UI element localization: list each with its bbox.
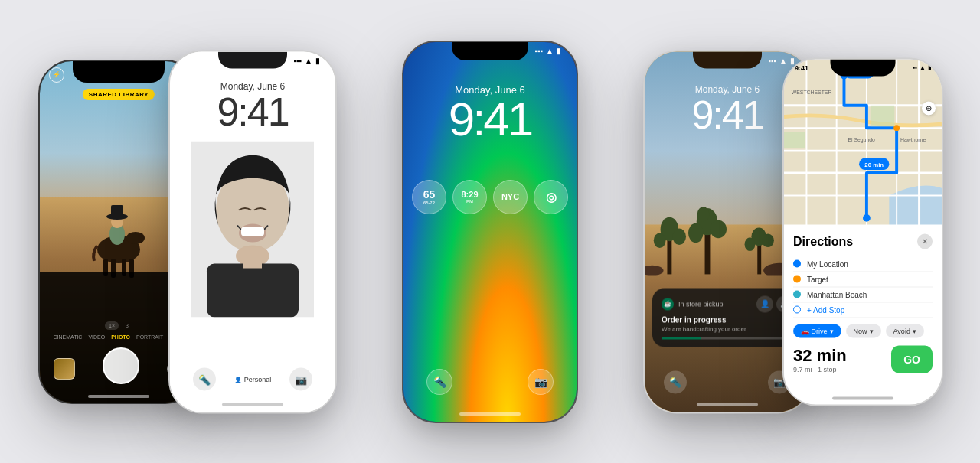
maps-time: 9:41 — [795, 64, 808, 71]
mode-video[interactable]: VIDEO — [88, 334, 105, 340]
close-directions-button[interactable]: ✕ — [917, 233, 933, 249]
duration-display: 32 min — [793, 345, 847, 365]
home-indicator-3 — [459, 412, 521, 416]
starbucks-header: ☕ In store pickup 👤 ☕ — [662, 295, 793, 312]
waypoint-target: Target — [793, 272, 933, 287]
home-indicator-4 — [697, 403, 758, 406]
phone-bw-lock: ▪▪▪ ▲ ▮ Monday, June 6 9:41 — [168, 50, 337, 413]
camera-icon[interactable]: 📷 — [289, 368, 312, 391]
camera-notch — [73, 61, 165, 83]
shutter-button[interactable] — [103, 347, 139, 384]
bw-date-time: Monday, June 6 9:41 — [170, 80, 335, 131]
add-dot — [793, 306, 801, 314]
svg-rect-9 — [111, 205, 123, 217]
signal-icon-c: ▪▪▪ — [534, 47, 543, 55]
home-indicator-2 — [222, 403, 283, 406]
flashlight-icon[interactable]: 🔦 — [193, 368, 216, 391]
map-area: 12 min 20 min WESTCHESTER El Segundo Haw… — [784, 59, 942, 249]
flashlight-icon-d[interactable]: 🔦 — [664, 370, 687, 393]
bw-portrait — [191, 142, 314, 310]
color-bottom-icons: 🔦 📷 — [403, 369, 577, 395]
battery-icon-c: ▮ — [557, 47, 561, 55]
bw-notch — [218, 51, 287, 68]
svg-point-20 — [672, 228, 686, 245]
svg-text:El Segundo: El Segundo — [848, 136, 875, 142]
camera-modes: CINEMATIC VIDEO PHOTO PORTRAIT PANO — [53, 334, 184, 340]
manhattan-label: Manhattan Beach — [807, 290, 867, 298]
avoid-button[interactable]: Avoid ▾ — [886, 324, 924, 337]
waypoint-manhattan: Manhattan Beach — [793, 287, 933, 302]
starbucks-progress — [662, 337, 793, 339]
location-dot — [793, 260, 801, 268]
svg-point-45 — [863, 214, 871, 221]
waypoint-add-stop[interactable]: + Add Stop — [793, 302, 933, 318]
horse-rider — [88, 188, 149, 272]
svg-point-23 — [688, 223, 704, 243]
bw-status-icons: ▪▪▪ ▲ ▮ — [293, 56, 320, 64]
directions-header: Directions ✕ — [793, 233, 933, 249]
target-dot — [793, 276, 801, 283]
drive-mode-button[interactable]: 🚗 Drive ▾ — [793, 324, 841, 337]
target-label: Target — [807, 275, 828, 283]
time-widget[interactable]: 8:29 PM — [452, 180, 487, 214]
signal-icon: ▪▪▪ — [293, 56, 302, 64]
map-svg: 12 min 20 min WESTCHESTER El Segundo Haw… — [784, 59, 942, 249]
weather-widget[interactable]: 65 65·72 — [412, 180, 446, 214]
signal-m: ▪▪ — [913, 64, 917, 71]
camera-icon-c[interactable]: 📷 — [528, 369, 554, 395]
color-time-display: 9:41 — [403, 96, 577, 143]
now-button[interactable]: Now ▾ — [846, 324, 881, 337]
color-notch — [452, 42, 528, 60]
color-status-icons: ▪▪▪ ▲ ▮ — [534, 47, 561, 55]
starbucks-subtitle: We are handcrafting your order — [662, 325, 793, 332]
directions-title: Directions — [793, 234, 853, 248]
svg-rect-16 — [243, 247, 262, 269]
svg-point-25 — [697, 207, 710, 222]
go-section: 32 min 9.7 mi · 1 stop GO — [793, 345, 933, 373]
widgets-row: 65 65·72 8:29 PM NYC ◎ — [403, 180, 577, 214]
svg-point-46 — [893, 125, 900, 131]
now-label: Now — [854, 327, 867, 334]
mode-cinematic[interactable]: CINEMATIC — [53, 334, 82, 340]
maps-status-icons: ▪▪ ▲ ▮ — [913, 64, 931, 71]
flashlight-icon-c[interactable]: 🔦 — [426, 369, 452, 395]
maps-status-bar: 9:41 ▪▪ ▲ ▮ — [784, 64, 942, 71]
directions-card: Directions ✕ My Location Target Manhatta… — [784, 224, 942, 404]
phones-container: SHARED LIBRARY ⚡ ◎ ⊙ 1× 3 CINEMATIC VIDE… — [0, 0, 980, 463]
mode-photo[interactable]: PHOTO — [111, 334, 130, 340]
color-lock-screen: ▪▪▪ ▲ ▮ Monday, June 6 9:41 65 65·72 8:2… — [403, 42, 577, 422]
avoid-label: Avoid — [893, 327, 910, 334]
compass-icon[interactable]: ⊕ — [922, 101, 936, 115]
signal-icon-d: ▪▪▪ — [768, 56, 776, 64]
maps-screen: 12 min 20 min WESTCHESTER El Segundo Haw… — [784, 59, 942, 404]
now-chevron: ▾ — [870, 327, 874, 334]
drive-label: 🚗 Drive — [801, 327, 828, 334]
travel-options: 🚗 Drive ▾ Now ▾ Avoid ▾ — [793, 324, 933, 337]
svg-rect-15 — [207, 264, 299, 318]
wifi-m: ▲ — [920, 64, 926, 71]
desert-notch — [693, 51, 762, 68]
svg-rect-56 — [784, 132, 805, 148]
starbucks-logo: ☕ — [662, 298, 674, 310]
svg-point-32 — [645, 265, 664, 275]
photo-thumbnail[interactable] — [54, 358, 75, 380]
time-distance: 32 min 9.7 mi · 1 stop — [793, 345, 847, 373]
starbucks-notification: ☕ In store pickup 👤 ☕ Order in progress … — [652, 288, 802, 347]
shared-library-badge: SHARED LIBRARY — [83, 89, 155, 100]
starbucks-progress-fill — [662, 337, 701, 339]
go-button[interactable]: GO — [891, 345, 933, 373]
svg-rect-13 — [241, 227, 264, 236]
svg-point-1 — [126, 232, 145, 244]
waypoint-my-location: My Location — [793, 256, 933, 272]
svg-point-24 — [710, 220, 727, 238]
location-widget[interactable]: NYC — [493, 180, 528, 214]
activity-widget[interactable]: ◎ — [534, 180, 568, 214]
wifi-icon-c: ▲ — [546, 47, 554, 55]
distance-display: 9.7 mi · 1 stop — [793, 365, 847, 373]
manhattan-dot — [793, 291, 801, 298]
mode-portrait[interactable]: PORTRAIT — [136, 334, 163, 340]
add-stop-label[interactable]: + Add Stop — [807, 305, 844, 314]
svg-rect-57 — [871, 105, 894, 126]
flash-icon[interactable]: ⚡ — [49, 67, 64, 83]
starbucks-person-icon: 👤 — [756, 295, 773, 312]
